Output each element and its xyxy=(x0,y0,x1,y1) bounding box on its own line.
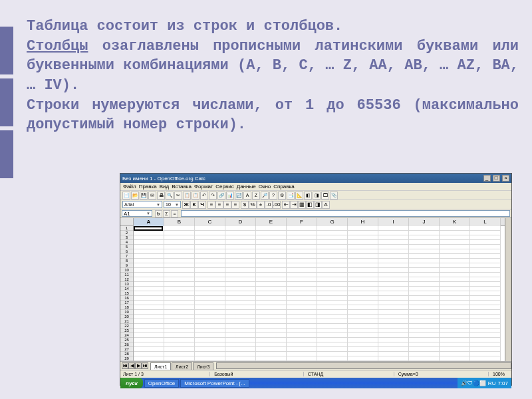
sheet-tab-Лист3[interactable]: Лист3 xyxy=(193,362,213,370)
row-header-20[interactable]: 20 xyxy=(120,315,133,319)
toolbar-button-21[interactable]: ◧ xyxy=(304,192,312,200)
number-button-0[interactable]: $ xyxy=(241,201,249,209)
tab-nav-2[interactable]: ▶ xyxy=(135,362,142,369)
row-header-19[interactable]: 19 xyxy=(120,310,133,315)
row-header-21[interactable]: 21 xyxy=(120,319,133,324)
select-all-corner[interactable] xyxy=(120,218,134,226)
vertical-scrollbar[interactable] xyxy=(505,218,511,361)
tab-nav-1[interactable]: ◀ xyxy=(128,362,135,369)
row-header-18[interactable]: 18 xyxy=(120,305,133,310)
toolbar-button-18[interactable]: ⚙ xyxy=(278,192,286,200)
row-header-28[interactable]: 28 xyxy=(120,352,133,356)
toolbar-button-0[interactable]: 📄 xyxy=(122,192,130,200)
sheet-tab-Лист2[interactable]: Лист2 xyxy=(172,362,192,370)
selected-cell[interactable] xyxy=(134,226,163,231)
font-size-selector[interactable]: 10▼ xyxy=(164,201,181,208)
row-header-6[interactable]: 6 xyxy=(120,249,133,254)
menu-Сервис[interactable]: Сервис xyxy=(215,184,233,190)
column-header-C[interactable]: C xyxy=(195,218,225,226)
number-button-1[interactable]: % xyxy=(249,201,257,209)
font-selector[interactable]: Arial▼ xyxy=(122,201,162,208)
toolbar-button-3[interactable]: ✉ xyxy=(148,192,156,200)
toolbar-button-19[interactable]: 📑 xyxy=(287,192,295,200)
column-header-K[interactable]: K xyxy=(440,218,470,226)
row-header-14[interactable]: 14 xyxy=(120,287,133,291)
menu-Правка[interactable]: Правка xyxy=(139,184,157,190)
format-button-1[interactable]: К xyxy=(190,201,198,209)
row-header-15[interactable]: 15 xyxy=(120,291,133,296)
menu-Файл[interactable]: Файл xyxy=(123,184,136,190)
toolbar-button-13[interactable]: 🔃 xyxy=(235,192,243,200)
toolbar-button-9[interactable]: ↶ xyxy=(200,192,208,200)
row-header-17[interactable]: 17 xyxy=(120,301,133,305)
tab-nav-0[interactable]: ⏮ xyxy=(122,362,128,369)
indent-button-3[interactable]: ◧ xyxy=(306,201,314,209)
fx-button-0[interactable]: fx xyxy=(155,210,162,217)
sheet-tab-Лист1[interactable]: Лист1 xyxy=(150,362,171,370)
number-button-4[interactable]: .00 xyxy=(273,201,281,209)
tray-lang[interactable]: RU xyxy=(488,380,496,386)
tray-icon-2[interactable]: 🔵 xyxy=(473,380,479,386)
toolbar-button-24[interactable]: 📎 xyxy=(330,192,338,200)
column-header-E[interactable]: E xyxy=(256,218,287,226)
menu-Данные[interactable]: Данные xyxy=(237,184,256,190)
toolbar-button-7[interactable]: 📋 xyxy=(183,192,191,200)
taskbar-item-0[interactable]: OpenOffice xyxy=(144,379,179,388)
format-button-0[interactable]: Ж xyxy=(182,201,190,209)
row-header-23[interactable]: 23 xyxy=(120,329,133,333)
minimize-button[interactable]: _ xyxy=(483,175,491,182)
row-header-24[interactable]: 24 xyxy=(120,333,133,338)
row-header-25[interactable]: 25 xyxy=(120,338,133,342)
close-button[interactable]: × xyxy=(502,175,509,182)
row-header-8[interactable]: 8 xyxy=(120,259,133,263)
toolbar-button-8[interactable]: 📋 xyxy=(192,192,200,200)
number-button-3[interactable]: .0 xyxy=(265,201,273,209)
row-header-22[interactable]: 22 xyxy=(120,324,133,329)
row-header-13[interactable]: 13 xyxy=(120,282,133,287)
row-header-5[interactable]: 5 xyxy=(120,245,133,249)
row-header-12[interactable]: 12 xyxy=(120,277,133,282)
toolbar-button-11[interactable]: 🔗 xyxy=(217,192,225,200)
menu-Справка[interactable]: Справка xyxy=(273,184,294,190)
menu-Окно[interactable]: Окно xyxy=(259,184,271,190)
toolbar-button-17[interactable]: ? xyxy=(269,192,277,200)
format-button-2[interactable]: Ч xyxy=(198,201,206,209)
column-header-F[interactable]: F xyxy=(287,218,317,226)
indent-button-0[interactable]: ⇤ xyxy=(282,201,290,209)
toolbar-button-22[interactable]: ◨ xyxy=(313,192,321,200)
toolbar-button-14[interactable]: A xyxy=(243,192,251,200)
toolbar-button-12[interactable]: 📊 xyxy=(226,192,234,200)
align-button-0[interactable]: ≡ xyxy=(207,201,215,209)
maximize-button[interactable]: □ xyxy=(493,175,500,182)
fx-button-2[interactable]: = xyxy=(171,210,178,217)
formula-input[interactable] xyxy=(181,210,510,217)
toolbar-button-2[interactable]: 💾 xyxy=(140,192,148,200)
menu-Формат[interactable]: Формат xyxy=(194,184,213,190)
name-box[interactable]: A1▼ xyxy=(122,210,152,217)
align-button-3[interactable]: ≡ xyxy=(231,201,239,209)
row-header-10[interactable]: 10 xyxy=(120,268,133,273)
toolbar-button-20[interactable]: 📐 xyxy=(295,192,303,200)
align-button-2[interactable]: ≡ xyxy=(223,201,231,209)
cell-grid[interactable] xyxy=(134,226,505,361)
row-header-16[interactable]: 16 xyxy=(120,296,133,301)
column-header-B[interactable]: B xyxy=(164,218,195,226)
toolbar-button-4[interactable]: 🖶 xyxy=(157,192,165,200)
tray-icon-3[interactable]: ⬜ xyxy=(479,380,486,386)
column-header-J[interactable]: J xyxy=(409,218,440,226)
indent-button-2[interactable]: ▦ xyxy=(298,201,306,209)
column-header-I[interactable]: I xyxy=(378,218,409,226)
row-header-3[interactable]: 3 xyxy=(120,235,133,240)
taskbar-item-1[interactable]: Microsoft PowerPoint - [... xyxy=(180,379,249,388)
horizontal-scrollbar[interactable] xyxy=(216,362,511,369)
tray-icon-0[interactable]: 🔊 xyxy=(461,380,467,386)
indent-button-4[interactable]: ◨ xyxy=(314,201,322,209)
toolbar-button-23[interactable]: 🗔 xyxy=(321,192,329,200)
tab-nav-3[interactable]: ⏭ xyxy=(142,362,148,369)
row-header-1[interactable]: 1 xyxy=(120,226,133,231)
align-button-1[interactable]: ≡ xyxy=(215,201,223,209)
column-header-L[interactable]: L xyxy=(470,218,501,226)
toolbar-button-15[interactable]: Z xyxy=(252,192,260,200)
toolbar-button-5[interactable]: 🔍 xyxy=(166,192,174,200)
row-header-4[interactable]: 4 xyxy=(120,240,133,245)
